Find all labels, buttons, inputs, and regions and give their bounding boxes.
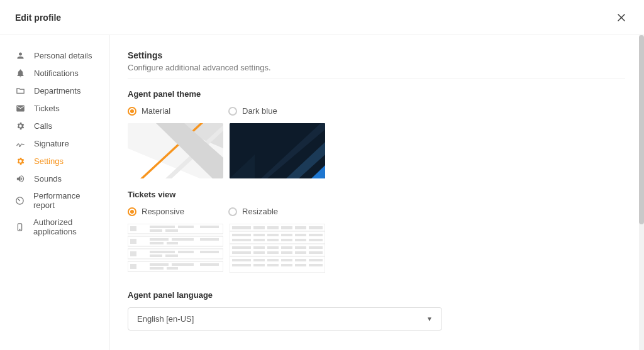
svg-rect-46 xyxy=(281,226,292,229)
device-icon xyxy=(15,222,25,232)
svg-rect-61 xyxy=(309,239,323,241)
svg-rect-32 xyxy=(200,251,219,253)
divider xyxy=(128,79,625,79)
sidebar-item-label: Tickets xyxy=(34,104,60,113)
view-field-label: Tickets view xyxy=(128,190,625,199)
gauge-icon xyxy=(15,195,25,205)
svg-rect-45 xyxy=(267,226,279,229)
sidebar-item-personal-details[interactable]: Personal details xyxy=(0,46,109,64)
svg-rect-39 xyxy=(200,263,219,266)
radio-icon xyxy=(128,107,136,116)
svg-rect-15 xyxy=(130,226,136,231)
svg-rect-85 xyxy=(281,264,292,266)
svg-rect-38 xyxy=(172,263,194,266)
svg-rect-86 xyxy=(295,264,306,266)
svg-rect-74 xyxy=(309,251,323,254)
edit-profile-modal: Edit profile Personal details Notificati… xyxy=(0,0,644,350)
sidebar-item-signature[interactable]: Signature xyxy=(0,134,109,152)
close-icon xyxy=(616,13,626,23)
content-area: Settings Configure additional advanced s… xyxy=(110,35,644,350)
svg-rect-22 xyxy=(130,239,136,244)
svg-rect-36 xyxy=(130,264,136,269)
sidebar-item-performance-report[interactable]: Performance report xyxy=(0,187,109,214)
svg-rect-69 xyxy=(232,251,251,254)
svg-rect-67 xyxy=(295,246,306,249)
theme-preview-material[interactable] xyxy=(128,123,223,178)
svg-rect-63 xyxy=(232,246,251,249)
svg-rect-29 xyxy=(130,251,136,256)
select-value: English [en-US] xyxy=(137,314,194,324)
svg-rect-81 xyxy=(309,259,323,261)
sidebar-item-settings[interactable]: Settings xyxy=(0,152,109,170)
modal-body: Personal details Notifications Departmen… xyxy=(0,35,644,350)
view-option-responsive[interactable]: Responsive xyxy=(128,207,228,216)
svg-rect-79 xyxy=(281,259,292,261)
language-field-label: Agent panel language xyxy=(128,290,625,300)
mail-icon xyxy=(15,103,25,113)
svg-rect-70 xyxy=(253,251,265,254)
sidebar: Personal details Notifications Departmen… xyxy=(0,35,110,350)
svg-rect-58 xyxy=(267,239,279,241)
svg-rect-52 xyxy=(267,234,279,236)
svg-rect-19 xyxy=(150,229,162,232)
svg-rect-76 xyxy=(232,259,251,261)
svg-rect-83 xyxy=(253,264,265,266)
radio-icon xyxy=(128,207,136,216)
svg-rect-35 xyxy=(128,261,223,271)
svg-rect-53 xyxy=(281,234,292,236)
sidebar-item-authorized-applications[interactable]: Authorized applications xyxy=(0,214,109,240)
svg-rect-59 xyxy=(281,239,292,241)
sidebar-item-label: Departments xyxy=(34,86,80,96)
sidebar-item-sounds[interactable]: Sounds xyxy=(0,170,109,187)
svg-point-2 xyxy=(19,229,20,229)
svg-rect-87 xyxy=(309,264,323,266)
svg-rect-26 xyxy=(150,242,164,244)
svg-rect-64 xyxy=(253,246,265,249)
sidebar-item-label: Settings xyxy=(34,156,64,166)
svg-rect-80 xyxy=(295,259,306,261)
svg-rect-57 xyxy=(253,239,265,241)
svg-rect-84 xyxy=(267,264,279,266)
svg-rect-20 xyxy=(165,229,178,232)
svg-rect-33 xyxy=(150,254,162,257)
svg-rect-27 xyxy=(167,242,178,244)
svg-rect-30 xyxy=(150,251,175,253)
language-select[interactable]: English [en-US] ▼ xyxy=(128,307,442,331)
sidebar-item-label: Sounds xyxy=(34,174,62,183)
folder-icon xyxy=(15,85,25,96)
view-preview-resizable[interactable] xyxy=(230,224,325,273)
sidebar-item-departments[interactable]: Departments xyxy=(0,82,109,99)
theme-previews xyxy=(128,123,625,178)
sidebar-item-label: Calls xyxy=(34,121,52,131)
radio-icon xyxy=(228,207,237,216)
sidebar-item-tickets[interactable]: Tickets xyxy=(0,99,109,117)
gear-icon xyxy=(15,121,25,131)
view-preview-responsive[interactable] xyxy=(128,224,223,273)
sidebar-item-notifications[interactable]: Notifications xyxy=(0,64,109,82)
svg-rect-41 xyxy=(167,267,178,270)
scrollbar-thumb[interactable] xyxy=(639,35,644,224)
svg-rect-34 xyxy=(165,254,178,257)
svg-rect-14 xyxy=(128,224,223,234)
svg-rect-16 xyxy=(150,226,175,228)
sidebar-item-calls[interactable]: Calls xyxy=(0,117,109,134)
svg-rect-23 xyxy=(150,238,169,241)
radio-label: Material xyxy=(142,106,170,116)
theme-preview-dark-blue[interactable] xyxy=(230,123,325,178)
svg-rect-48 xyxy=(309,226,323,229)
theme-option-dark-blue[interactable]: Dark blue xyxy=(228,106,329,116)
theme-option-material[interactable]: Material xyxy=(128,106,228,116)
svg-rect-18 xyxy=(200,226,219,228)
close-button[interactable] xyxy=(614,10,629,25)
svg-rect-65 xyxy=(267,246,279,249)
svg-rect-78 xyxy=(267,259,279,261)
view-radio-group: Responsive Resizable xyxy=(128,207,625,216)
svg-rect-66 xyxy=(281,246,292,249)
view-option-resizable[interactable]: Resizable xyxy=(228,207,329,216)
svg-rect-47 xyxy=(295,226,306,229)
scrollbar[interactable] xyxy=(639,35,644,350)
svg-rect-82 xyxy=(232,264,251,266)
svg-rect-40 xyxy=(150,267,164,270)
section-subtitle: Configure additional advanced settings. xyxy=(128,63,625,72)
svg-rect-55 xyxy=(309,234,323,236)
